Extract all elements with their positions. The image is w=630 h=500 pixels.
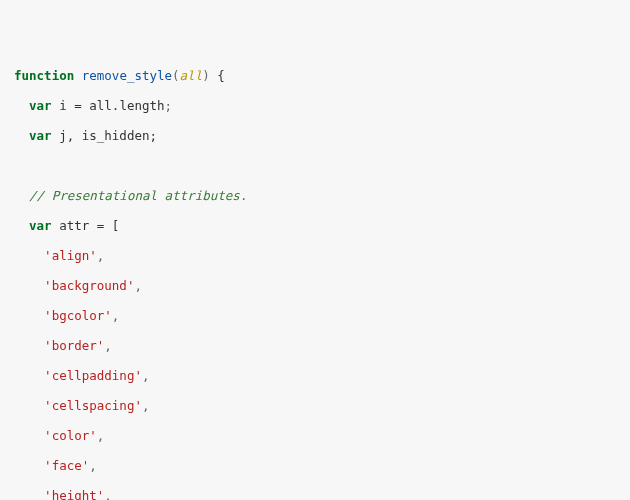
- code-line: function remove_style(all) {: [14, 68, 616, 83]
- code-line: 'face',: [14, 458, 616, 473]
- comma: ,: [142, 368, 150, 383]
- keyword-function: function: [14, 68, 74, 83]
- code-line: var attr = [: [14, 218, 616, 233]
- string-literal: 'bgcolor': [44, 308, 112, 323]
- code-line: 'align',: [14, 248, 616, 263]
- comma: ,: [89, 458, 97, 473]
- string-literal: 'color': [44, 428, 97, 443]
- code-line: // Presentational attributes.: [14, 188, 616, 203]
- comma: ,: [112, 308, 120, 323]
- code-line: 'height',: [14, 488, 616, 500]
- code-line: 'border',: [14, 338, 616, 353]
- code-line: 'color',: [14, 428, 616, 443]
- string-literal: 'face': [44, 458, 89, 473]
- keyword-var: var: [29, 98, 52, 113]
- comma: ,: [97, 428, 105, 443]
- comma: ,: [104, 488, 112, 500]
- paren-close: ): [202, 68, 210, 83]
- comment: // Presentational attributes.: [29, 188, 247, 203]
- string-literal: 'align': [44, 248, 97, 263]
- keyword-var: var: [29, 218, 52, 233]
- code-line: 'cellspacing',: [14, 398, 616, 413]
- paren-open: (: [172, 68, 180, 83]
- string-literal: 'cellspacing': [44, 398, 142, 413]
- comma: ,: [97, 248, 105, 263]
- comma: ,: [142, 398, 150, 413]
- prop-length: length: [119, 98, 164, 113]
- code-text: j, is_hidden;: [52, 128, 157, 143]
- code-line: var j, is_hidden;: [14, 128, 616, 143]
- code-line: 'cellpadding',: [14, 368, 616, 383]
- string-literal: 'border': [44, 338, 104, 353]
- code-line: 'bgcolor',: [14, 308, 616, 323]
- keyword-var: var: [29, 128, 52, 143]
- code-text: i = all.: [52, 98, 120, 113]
- brace-open: {: [210, 68, 225, 83]
- comma: ,: [104, 338, 112, 353]
- code-line: var i = all.length;: [14, 98, 616, 113]
- param-all: all: [180, 68, 203, 83]
- semicolon: ;: [165, 98, 173, 113]
- string-literal: 'cellpadding': [44, 368, 142, 383]
- comma: ,: [134, 278, 142, 293]
- string-literal: 'height': [44, 488, 104, 500]
- code-line-blank: [14, 158, 616, 173]
- code-text: attr = [: [52, 218, 120, 233]
- code-line: 'background',: [14, 278, 616, 293]
- string-literal: 'background': [44, 278, 134, 293]
- function-name: remove_style: [82, 68, 172, 83]
